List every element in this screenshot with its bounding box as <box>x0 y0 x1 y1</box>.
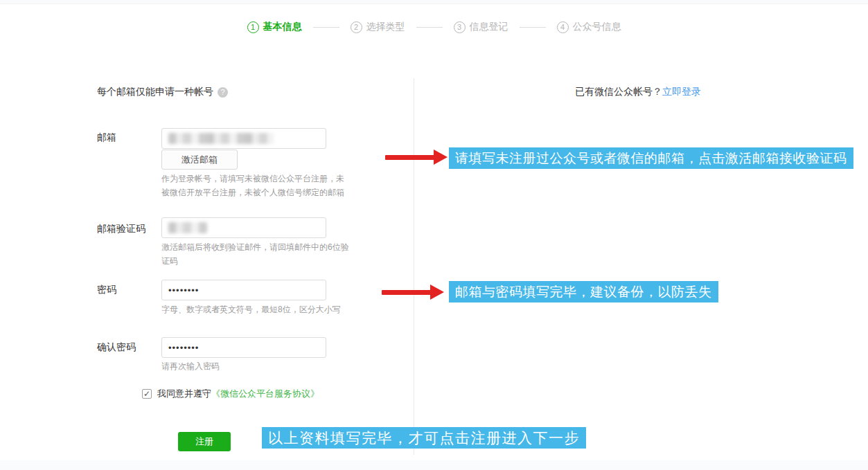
email-label: 邮箱 <box>97 132 116 144</box>
service-agreement-link[interactable]: 《微信公众平台服务协议》 <box>211 388 319 400</box>
agreement-row: ✓ 我同意并遵守 《微信公众平台服务协议》 <box>142 388 319 400</box>
annotation-password-tip: 邮箱与密码填写完毕，建议备份，以防丢失 <box>449 281 718 302</box>
step-select-type: 2 选择类型 <box>351 21 405 33</box>
step-1-circle-icon: 1 <box>247 21 259 33</box>
annotation-register-tip: 以上资料填写完毕，才可点击注册进入下一步 <box>262 427 586 449</box>
top-edge-strip <box>0 0 868 4</box>
step-basic-info: 1 基本信息 <box>247 21 302 33</box>
help-question-icon[interactable]: ? <box>218 87 228 98</box>
bottom-edge-strip <box>0 460 868 470</box>
column-divider <box>414 78 414 455</box>
step-account-info: 4 公众号信息 <box>557 21 621 33</box>
arrow-right-icon <box>382 284 445 300</box>
arrow-head <box>430 284 444 300</box>
existing-account-row: 已有微信公众帐号？立即登录 <box>575 86 701 98</box>
arrow-shaft <box>382 290 432 295</box>
email-restriction-notice: 每个邮箱仅能申请一种帐号 ? <box>97 86 228 98</box>
censored-code-value <box>168 222 207 233</box>
agreement-text: 我同意并遵守 <box>157 388 211 400</box>
step-2-circle-icon: 2 <box>351 21 362 33</box>
stepper-dash <box>520 27 546 28</box>
existing-account-text: 已有微信公众帐号？ <box>575 86 662 97</box>
arrow-right-icon <box>385 150 449 165</box>
arrow-shaft <box>385 155 435 160</box>
stepper-dash <box>313 27 339 28</box>
password-label: 密码 <box>97 284 116 296</box>
step-info-registration: 3 信息登记 <box>454 21 508 33</box>
progress-stepper: 1 基本信息 2 选择类型 3 信息登记 4 公众号信息 <box>0 21 868 33</box>
stepper-dash <box>416 27 443 28</box>
annotation-email-tip: 请填写未注册过公众号或者微信的邮箱，点击激活邮箱接收验证码 <box>449 147 853 169</box>
password-help-text: 字母、数字或者英文符号，最短8位，区分大小写 <box>161 302 390 316</box>
arrow-head <box>434 150 448 165</box>
step-3-label: 信息登记 <box>470 21 508 33</box>
step-2-label: 选择类型 <box>366 21 405 33</box>
activate-email-button[interactable]: 激活邮箱 <box>161 150 238 170</box>
email-code-label: 邮箱验证码 <box>97 223 145 235</box>
login-now-link[interactable]: 立即登录 <box>662 86 701 97</box>
confirm-password-label: 确认密码 <box>97 341 136 354</box>
step-4-circle-icon: 4 <box>557 21 569 33</box>
notice-text: 每个邮箱仅能申请一种帐号 <box>97 86 213 98</box>
password-input[interactable] <box>161 280 326 300</box>
step-1-label: 基本信息 <box>263 21 302 33</box>
check-icon: ✓ <box>143 390 150 398</box>
email-help-text: 作为登录帐号，请填写未被微信公众平台注册，未被微信开放平台注册，未被个人微信号绑… <box>161 172 351 199</box>
agreement-checkbox[interactable]: ✓ <box>142 389 152 399</box>
confirm-password-input[interactable] <box>161 337 326 358</box>
step-4-label: 公众号信息 <box>573 21 621 33</box>
wechat-mp-registration-page: 1 基本信息 2 选择类型 3 信息登记 4 公众号信息 每个邮箱仅能申请一种帐… <box>0 0 868 470</box>
confirm-help-text: 请再次输入密码 <box>161 359 390 373</box>
censored-email-value <box>168 133 274 144</box>
register-button[interactable]: 注册 <box>178 432 231 451</box>
step-3-circle-icon: 3 <box>454 21 466 33</box>
code-help-text: 激活邮箱后将收到验证邮件，请回填邮件中的6位验证码 <box>161 240 351 268</box>
